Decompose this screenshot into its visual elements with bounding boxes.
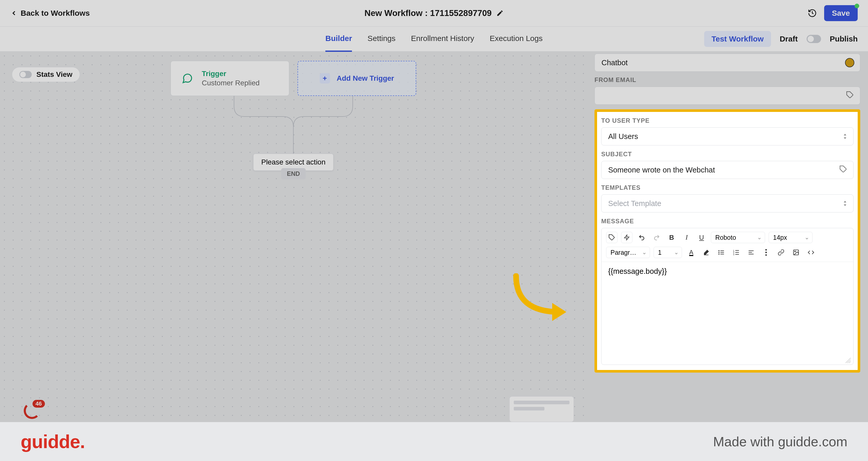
more-icon[interactable] xyxy=(761,247,772,258)
underline-icon[interactable]: U xyxy=(696,232,707,243)
svg-text:3: 3 xyxy=(733,253,734,256)
trigger-card[interactable]: Trigger Customer Replied xyxy=(170,61,289,96)
footer: guidde. Made with guidde.com xyxy=(0,422,868,461)
svg-rect-14 xyxy=(735,252,739,253)
from-email-label: FROM EMAIL xyxy=(594,76,860,84)
font-select[interactable]: Roboto xyxy=(711,232,765,243)
tabs-row: Builder Settings Enrollment History Exec… xyxy=(0,27,868,52)
number-list-icon[interactable]: 123 xyxy=(731,247,742,258)
guidde-logo: guidde. xyxy=(21,431,85,452)
add-trigger-label: Add New Trigger xyxy=(337,74,394,83)
svg-point-4 xyxy=(718,250,719,251)
undo-icon[interactable] xyxy=(636,232,647,243)
svg-rect-8 xyxy=(720,252,724,253)
code-icon[interactable] xyxy=(805,247,817,258)
history-icon[interactable] xyxy=(808,8,817,18)
stats-label: Stats View xyxy=(36,70,72,79)
paragraph-select[interactable]: Paragr… xyxy=(606,247,650,258)
lightning-icon[interactable] xyxy=(621,232,632,243)
back-link[interactable]: Back to Workflows xyxy=(10,9,90,18)
text-color-icon[interactable]: A xyxy=(686,247,697,258)
svg-rect-17 xyxy=(748,252,752,253)
svg-point-5 xyxy=(718,252,719,253)
bold-icon[interactable]: B xyxy=(666,232,677,243)
tab-builder[interactable]: Builder xyxy=(326,26,352,52)
highlight-color-icon[interactable] xyxy=(701,247,712,258)
italic-icon[interactable]: I xyxy=(681,232,692,243)
svg-point-19 xyxy=(765,249,767,251)
resize-handle-icon[interactable] xyxy=(601,357,853,365)
svg-rect-13 xyxy=(735,250,739,251)
subject-label: SUBJECT xyxy=(601,151,854,158)
stats-toggle[interactable] xyxy=(19,71,32,78)
bullet-list-icon[interactable] xyxy=(715,247,727,258)
annotation-arrow xyxy=(508,273,576,326)
tag-icon[interactable] xyxy=(846,91,854,101)
trigger-title: Trigger xyxy=(202,70,259,78)
subject-input[interactable]: Someone wrote on the Webchat xyxy=(601,161,854,179)
pencil-icon[interactable] xyxy=(496,9,503,17)
subject-value: Someone wrote on the Webchat xyxy=(608,166,715,174)
trigger-cards: Trigger Customer Replied + Add New Trigg… xyxy=(170,61,416,96)
redo-icon[interactable] xyxy=(651,232,662,243)
fontsize-select[interactable]: 14px xyxy=(769,232,812,243)
to-user-type-value: All Users xyxy=(608,132,638,141)
from-email-input[interactable] xyxy=(594,87,860,105)
editor-toolbar: B I U Roboto 14px Paragr… 1 A 123 xyxy=(601,228,853,262)
tab-settings[interactable]: Settings xyxy=(367,26,395,52)
save-button[interactable]: Save xyxy=(824,5,858,21)
svg-marker-3 xyxy=(624,235,629,240)
templates-placeholder: Select Template xyxy=(608,199,661,208)
tag-icon[interactable] xyxy=(839,165,847,175)
message-label: MESSAGE xyxy=(601,218,854,225)
link-icon[interactable] xyxy=(775,247,787,258)
svg-rect-15 xyxy=(735,254,739,255)
badge-count: 46 xyxy=(32,400,45,408)
chatbot-value: Chatbot xyxy=(601,59,628,67)
tab-execution-logs[interactable]: Execution Logs xyxy=(490,26,542,52)
svg-rect-7 xyxy=(720,250,724,251)
tag-icon[interactable] xyxy=(606,232,617,243)
publish-toggle[interactable] xyxy=(807,35,821,43)
trigger-subtitle: Customer Replied xyxy=(202,79,259,87)
draft-label: Draft xyxy=(780,35,798,43)
mini-preview-card xyxy=(509,396,574,422)
select-arrows-icon xyxy=(843,201,847,206)
config-panel: Chatbot FROM EMAIL TO USER TYPE All User… xyxy=(587,52,868,422)
end-node: END xyxy=(281,168,306,179)
chevron-left-icon xyxy=(10,9,18,17)
svg-rect-9 xyxy=(720,254,724,254)
title-text: New Workflow : 1711552897709 xyxy=(365,8,492,18)
editor-textarea[interactable]: {{message.body}} xyxy=(601,262,853,357)
lineheight-select[interactable]: 1 xyxy=(654,247,682,258)
connector-line xyxy=(226,96,361,155)
svg-rect-18 xyxy=(748,254,754,254)
svg-rect-16 xyxy=(748,250,754,251)
workflow-title: New Workflow : 1711552897709 xyxy=(365,8,504,18)
stats-view-pill: Stats View xyxy=(12,67,80,82)
publish-label: Publish xyxy=(830,35,858,43)
image-icon[interactable] xyxy=(790,247,802,258)
svg-point-23 xyxy=(795,251,796,252)
workflow-canvas[interactable]: Stats View Trigger Customer Replied + Ad… xyxy=(0,52,587,422)
add-trigger-card[interactable]: + Add New Trigger xyxy=(298,61,416,96)
message-editor: B I U Roboto 14px Paragr… 1 A 123 xyxy=(601,228,854,365)
header: Back to Workflows New Workflow : 1711552… xyxy=(0,0,868,27)
back-label: Back to Workflows xyxy=(21,9,90,18)
svg-point-20 xyxy=(765,252,767,253)
align-icon[interactable] xyxy=(745,247,757,258)
guidde-badge[interactable]: 46 xyxy=(24,402,42,421)
tab-enrollment-history[interactable]: Enrollment History xyxy=(411,26,474,52)
avatar xyxy=(845,58,854,67)
footer-tagline: Made with guidde.com xyxy=(713,434,847,450)
select-arrows-icon xyxy=(843,134,847,139)
svg-point-6 xyxy=(718,254,719,255)
highlight-region: TO USER TYPE All Users SUBJECT Someone w… xyxy=(594,109,860,372)
templates-select[interactable]: Select Template xyxy=(601,194,854,212)
svg-point-21 xyxy=(765,254,767,256)
to-user-type-select[interactable]: All Users xyxy=(601,127,854,145)
templates-label: TEMPLATES xyxy=(601,184,854,191)
test-workflow-button[interactable]: Test Workflow xyxy=(704,31,771,47)
chatbot-input[interactable]: Chatbot xyxy=(594,54,860,72)
plus-icon: + xyxy=(320,73,330,84)
